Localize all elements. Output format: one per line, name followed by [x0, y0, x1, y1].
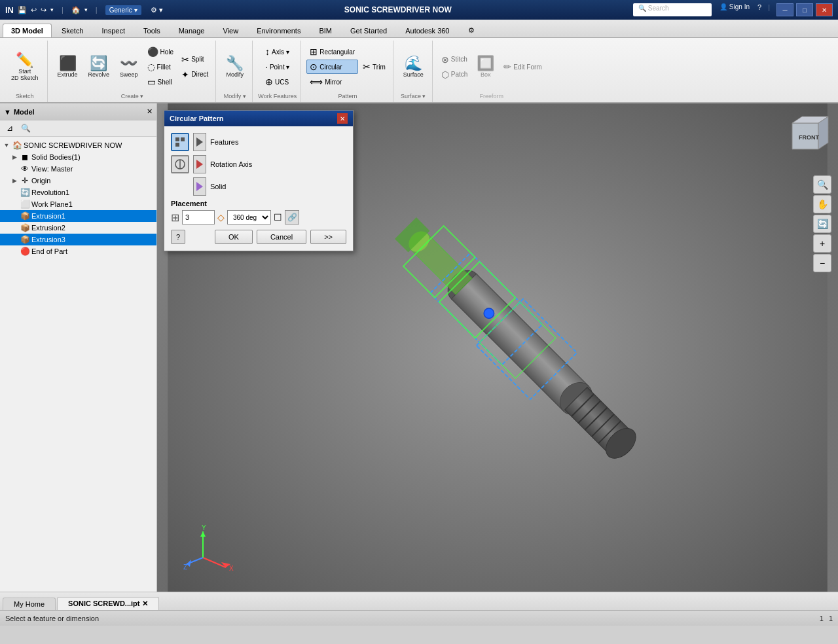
zoom-in-btn[interactable]: +	[813, 234, 831, 253]
ribbon-group-work-features-content: ↕ Axis ▾ · Point ▾ ⊕ UCS	[262, 42, 293, 92]
mirror-btn[interactable]: ⟺ Mirror	[306, 75, 358, 89]
stitch-btn[interactable]: ⊗ Stitch	[438, 52, 471, 67]
features-icon-btn[interactable]	[171, 133, 189, 151]
shell-btn[interactable]: ▭ Shell	[144, 75, 177, 89]
maximize-btn[interactable]: □	[796, 3, 813, 16]
circular-icon: ⊙	[310, 62, 318, 72]
tree-end-of-part[interactable]: 🔴 End of Part	[0, 245, 156, 257]
create-small-btns: ⚫ Hole ◌ Fillet ▭ Shell	[144, 45, 177, 89]
tab-inspect[interactable]: Inspect	[94, 24, 134, 37]
edit-form-btn[interactable]: ✏ Edit Form	[500, 60, 545, 74]
rotate-btn[interactable]: 🔄	[813, 215, 831, 233]
dialog-body: Features Rotation Axis	[164, 126, 353, 251]
tree-root[interactable]: ▼ 🏠 SONIC SCREWDRIVER NOW	[0, 139, 156, 151]
rectangular-btn[interactable]: ⊞ Rectangular	[306, 45, 358, 59]
sweep-btn[interactable]: 〰️ Sweep	[115, 54, 143, 80]
dialog-cancel-btn[interactable]: Cancel	[257, 230, 306, 244]
user-signin[interactable]: 👤 Sign In	[720, 3, 750, 16]
solid-select-btn[interactable]	[193, 177, 206, 196]
generic-dropdown-icon: ▾	[50, 7, 54, 13]
split-btn[interactable]: ✂ Split	[178, 52, 211, 67]
svg-rect-35	[175, 143, 179, 147]
tree-revolution1[interactable]: 🔄 Revolution1	[0, 187, 156, 198]
axis-btn[interactable]: ↕ Axis ▾	[262, 45, 293, 59]
placement-count-input[interactable]	[182, 210, 215, 224]
search-box[interactable]: 🔍 Search	[633, 3, 712, 16]
dialog-ok-btn[interactable]: OK	[215, 230, 253, 244]
features-select-btn[interactable]	[193, 133, 206, 151]
pan-btn[interactable]: ✋	[813, 195, 831, 213]
svg-text:X: X	[229, 565, 234, 572]
fillet-btn[interactable]: ◌ Fillet	[144, 60, 177, 74]
filter-btn[interactable]: ⊿	[3, 122, 17, 135]
circular-btn[interactable]: ⊙ Circular	[306, 60, 358, 74]
rotation-axis-select-btn[interactable]	[193, 155, 206, 173]
modify-group-label: Modify ▾	[221, 92, 248, 101]
point-btn[interactable]: · Point ▾	[262, 60, 293, 74]
tree-view-master[interactable]: 👁 View: Master	[0, 163, 156, 175]
view-cube[interactable]: FRONT	[779, 110, 831, 162]
tab-sketch[interactable]: Sketch	[53, 24, 92, 37]
tab-environments[interactable]: Environments	[248, 24, 309, 37]
tab-settings[interactable]: ⚙	[460, 23, 483, 37]
quick-access-undo[interactable]: ↩	[31, 6, 37, 14]
hole-icon: ⚫	[147, 46, 158, 57]
ucs-btn[interactable]: ⊕ UCS	[262, 75, 293, 89]
viewport[interactable]: X Y Z FRONT 🔍 ✋	[157, 103, 838, 592]
surface-btn[interactable]: 🌊 Surface	[399, 54, 428, 80]
status-bar: Select a feature or dimension 1 1	[0, 610, 838, 626]
close-btn[interactable]: ✕	[816, 3, 833, 16]
tree-solid-bodies[interactable]: ▶ ◼ Solid Bodies(1)	[0, 151, 156, 163]
dialog-more-btn[interactable]: >>	[310, 230, 346, 244]
main-area: ▼ Model ✕ ⊿ 🔍 ▼ 🏠 SONIC SCREWDRIVER NOW …	[0, 103, 838, 592]
workspace-selector[interactable]: Generic ▾	[105, 5, 141, 15]
quick-access-save[interactable]: 💾	[18, 6, 27, 14]
svg-marker-24	[200, 531, 206, 537]
tree-origin[interactable]: ▶ ✛ Origin	[0, 175, 156, 187]
trim-btn[interactable]: ✂ Trim	[359, 60, 389, 74]
tree-extrusion3[interactable]: 📦 Extrusion3	[0, 234, 156, 245]
mirror-icon: ⟺	[310, 77, 323, 87]
title-bar: IN 💾 ↩ ↪ ▾ | 🏠 ▾ | Generic ▾ ⚙ ▾ SONIC S…	[0, 0, 838, 20]
placement-icon-btn[interactable]: 🔗	[285, 210, 299, 224]
box-btn[interactable]: 🔲 Box	[472, 54, 499, 80]
direct-btn[interactable]: ✦ Direct	[178, 67, 211, 82]
tree-extrusion2[interactable]: 📦 Extrusion2	[0, 222, 156, 234]
minimize-btn[interactable]: ─	[776, 3, 793, 16]
tab-get-started[interactable]: Get Started	[342, 24, 395, 37]
tree-extrusion1[interactable]: 📦 Extrusion1	[0, 210, 156, 222]
tab-autodesk-360[interactable]: Autodesk 360	[397, 24, 458, 37]
work-features-group-label: Work Features	[258, 92, 297, 101]
hole-btn[interactable]: ⚫ Hole	[144, 45, 177, 59]
patch-btn[interactable]: ⬡ Patch	[438, 67, 471, 82]
model-header-close-icon[interactable]: ✕	[147, 107, 153, 116]
revolve-btn[interactable]: 🔄 Revolve	[84, 54, 115, 80]
bottom-tabs: My Home SONIC SCREWD...ipt ✕	[0, 592, 838, 610]
tree-origin-icon: ✛	[20, 176, 30, 185]
dialog-close-btn[interactable]: ✕	[337, 113, 348, 124]
tab-tools[interactable]: Tools	[135, 24, 169, 37]
quick-access-home[interactable]: 🏠	[71, 6, 81, 14]
extrude-btn[interactable]: ⬛ Extrude	[53, 54, 82, 80]
tab-3d-model[interactable]: 3D Model	[3, 24, 52, 37]
modify-btn[interactable]: 🔧 Modify	[221, 54, 248, 80]
placement-checkbox[interactable]: ☐	[274, 212, 282, 223]
zoom-btn[interactable]: 🔍	[813, 175, 831, 194]
help-btn[interactable]: ?	[757, 3, 761, 16]
tab-file[interactable]: SONIC SCREWD...ipt ✕	[57, 597, 158, 610]
freeform-group-label: Freeform	[438, 92, 545, 101]
rotation-axis-icon-btn[interactable]	[171, 155, 189, 173]
quick-access-redo[interactable]: ↪	[41, 6, 46, 14]
tab-bim[interactable]: BIM	[310, 24, 340, 37]
tree-area: ▼ 🏠 SONIC SCREWDRIVER NOW ▶ ◼ Solid Bodi…	[0, 137, 156, 592]
tab-manage[interactable]: Manage	[170, 24, 213, 37]
start-2d-sketch-btn[interactable]: ✏️ Start2D Sketch	[7, 50, 43, 84]
search-tree-btn[interactable]: 🔍	[18, 122, 33, 135]
right-viewport-toolbar: 🔍 ✋ 🔄 + −	[813, 175, 831, 272]
zoom-out-btn[interactable]: −	[813, 254, 831, 272]
dialog-help-btn[interactable]: ?	[171, 230, 185, 244]
tab-my-home[interactable]: My Home	[3, 598, 56, 610]
tree-workplane1[interactable]: ⬜ Work Plane1	[0, 198, 156, 210]
tab-view[interactable]: View	[214, 24, 247, 37]
placement-angle-select[interactable]: 360 deg 180 deg 270 deg	[227, 210, 271, 224]
